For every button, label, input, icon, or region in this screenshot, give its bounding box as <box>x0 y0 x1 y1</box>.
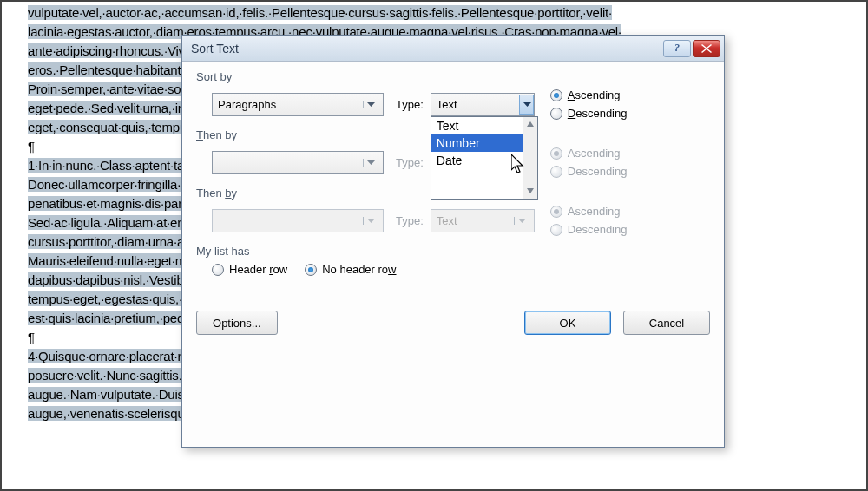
descending-radio-3: Descending <box>550 223 628 236</box>
scroll-down-icon[interactable] <box>523 184 538 199</box>
then-by2-type-dropdown: Text <box>431 209 535 232</box>
type-label-2: Type: <box>396 156 424 169</box>
descending-radio-1[interactable]: Descending <box>550 107 628 120</box>
sort-by-type-dropdown[interactable]: Text Text Number Date <box>431 93 535 116</box>
chevron-down-icon <box>514 217 529 225</box>
ascending-radio-1[interactable]: Ascending <box>550 88 628 101</box>
type-option-date[interactable]: Date <box>431 152 537 169</box>
dialog-title: Sort Text <box>191 42 661 56</box>
descending-radio-2: Descending <box>550 165 628 178</box>
chevron-down-icon <box>363 159 378 167</box>
ascending-radio-3: Ascending <box>550 205 628 218</box>
ok-button[interactable]: OK <box>524 311 611 335</box>
scroll-up-icon[interactable] <box>523 117 538 132</box>
then-by2-field-dropdown <box>212 209 384 232</box>
chevron-down-icon <box>363 101 378 108</box>
close-button[interactable] <box>693 40 720 57</box>
type-option-number[interactable]: Number <box>431 134 537 152</box>
sort-text-dialog: Sort Text ? Sort by Paragraphs Type: Tex… <box>181 35 725 448</box>
close-icon <box>701 44 712 53</box>
cancel-button[interactable]: Cancel <box>623 311 710 335</box>
type-label-3: Type: <box>396 214 424 227</box>
dialog-titlebar[interactable]: Sort Text ? <box>182 36 724 62</box>
my-list-has-label: My list has <box>196 245 710 258</box>
type-label-1: Type: <box>396 98 424 111</box>
chevron-down-icon <box>363 217 378 225</box>
options-button[interactable]: Options... <box>196 311 278 335</box>
type-option-text[interactable]: Text <box>431 117 537 134</box>
no-header-row-radio[interactable]: No header row <box>305 263 396 276</box>
then-by-field-dropdown[interactable] <box>212 151 384 174</box>
sort-by-field-dropdown[interactable]: Paragraphs <box>212 93 384 116</box>
ascending-radio-2: Ascending <box>550 147 628 160</box>
header-row-radio[interactable]: Header row <box>212 263 287 276</box>
type-dropdown-list: Text Number Date <box>431 116 538 200</box>
dropdown-scrollbar[interactable] <box>523 117 537 199</box>
help-button[interactable]: ? <box>663 40 691 57</box>
sort-by-label: Sort by <box>196 70 710 83</box>
chevron-down-icon <box>519 95 534 115</box>
